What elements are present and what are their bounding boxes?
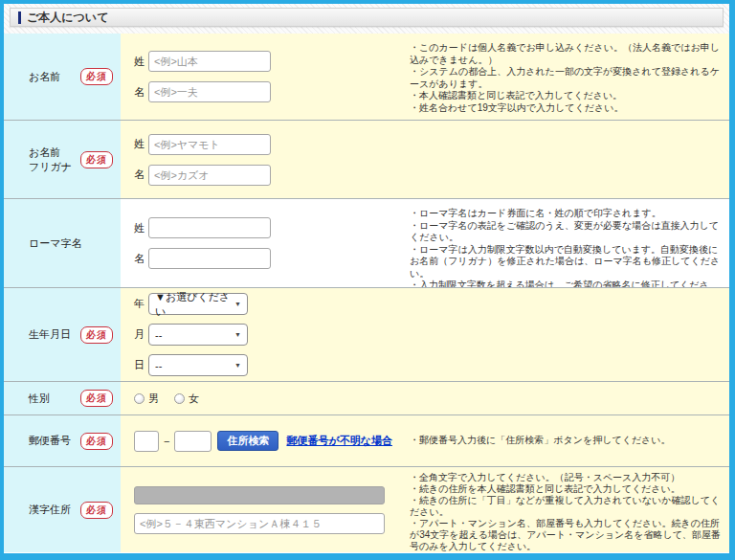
gender-content-cell: 男 女	[121, 382, 729, 414]
first-name-input[interactable]	[148, 81, 271, 102]
first-name-kana-field-label: 名	[134, 168, 146, 182]
note-line: ・本人確認書類と同じ表記で入力してください。	[410, 90, 722, 102]
birth-day-field-label: 日	[134, 358, 146, 372]
romaji-first-field-label: 名	[134, 252, 146, 266]
section-title: ご本人について	[27, 10, 108, 26]
name-label: お名前	[29, 70, 60, 84]
note-line: ・続きの住所に「丁目」などが重複して入力されていないか確認してください。	[410, 495, 722, 518]
romaji-fields: 姓 名	[134, 217, 398, 269]
last-name-input[interactable]	[148, 51, 271, 72]
chevron-down-icon: ▼	[234, 362, 241, 369]
address-search-button[interactable]: 住所検索	[217, 431, 278, 451]
first-name-kana-input[interactable]	[148, 165, 271, 186]
required-badge: 必須	[80, 502, 113, 519]
postal-label: 郵便番号	[29, 434, 71, 448]
postal-fields: − 住所検索 郵便番号が不明な場合	[134, 431, 398, 452]
zip-separator: −	[164, 436, 169, 447]
last-name-kana-input[interactable]	[148, 134, 271, 155]
gender-male-label: 男	[148, 392, 159, 406]
row-address: 漢字住所 必須 ・全角文字で入力してください。（記号・スペース入力不可） ・続き…	[4, 466, 729, 552]
note-line: ・ローマ字名の表記をご確認のうえ、変更が必要な場合は直接入力してください。	[410, 220, 722, 244]
row-birthdate: 生年月日 必須 年 ▼お選びください ▼ 月 --	[4, 287, 729, 381]
birth-month-select[interactable]: -- ▼	[148, 324, 248, 346]
required-badge: 必須	[80, 68, 113, 85]
furigana-content-cell: 姓 名	[121, 121, 729, 198]
note-line: ・続きの住所を本人確認書類と同じ表記で入力してください。	[410, 483, 722, 495]
section-header: ご本人について	[10, 8, 724, 27]
gender-label: 性別	[29, 392, 50, 406]
application-form-page: ご本人について お名前 必須 姓 名	[0, 0, 735, 560]
romaji-content-cell: 姓 名 ・ローマ字名はカード券面に名・姓の順で印字されます。 ・ローマ字名の表記…	[121, 199, 729, 287]
name-content-cell: 姓 名 ・このカードは個人名義でお申し込みください。（法人名義ではお申し込みでき…	[121, 34, 729, 120]
row-furigana: お名前 フリガナ 必須 姓 名	[4, 120, 729, 198]
section-header-strip: ご本人について	[4, 4, 729, 34]
gender-label-cell: 性別 必須	[4, 382, 121, 414]
birth-month-selected-value: --	[155, 329, 162, 341]
address-content-cell: ・全角文字で入力してください。（記号・スペース入力不可） ・続きの住所を本人確認…	[121, 467, 729, 552]
romaji-label: ローマ字名	[29, 236, 82, 251]
note-line: ・アパート・マンション名、部屋番号も入力してください。続きの住所が34文字を超え…	[410, 518, 722, 552]
note-line: ・郵便番号入力後に「住所検索」ボタンを押してください。	[410, 435, 671, 447]
required-badge: 必須	[80, 326, 113, 344]
required-badge: 必須	[80, 433, 113, 450]
required-badge: 必須	[80, 390, 113, 407]
furigana-fields: 姓 名	[134, 134, 398, 186]
row-postal: 郵便番号 必須 − 住所検索 郵便番号が不明な場合 ・郵便番号入力後に「住所検索…	[4, 414, 729, 466]
birth-year-field-label: 年	[134, 297, 146, 311]
zip-code-first-input[interactable]	[134, 431, 159, 452]
address-label-cell: 漢字住所 必須	[4, 467, 121, 552]
required-badge: 必須	[80, 151, 113, 168]
gender-female-label: 女	[189, 392, 199, 406]
romaji-label-cell: ローマ字名	[4, 199, 121, 287]
first-name-field-label: 名	[134, 85, 146, 100]
romaji-last-field-label: 姓	[134, 221, 146, 235]
furigana-label: お名前 フリガナ	[29, 146, 72, 174]
radio-icon	[134, 393, 145, 404]
address-fields	[134, 486, 398, 534]
first-name-field-row: 名	[134, 81, 398, 102]
chevron-down-icon: ▼	[234, 301, 241, 307]
birth-day-field-row: 日 -- ▼	[134, 354, 398, 376]
unknown-zip-link[interactable]: 郵便番号が不明な場合	[286, 434, 392, 448]
birthdate-fields: 年 ▼お選びください ▼ 月 -- ▼ 日	[134, 293, 398, 376]
note-line: ・入力制限文字数を超える場合は、ご希望の省略名に修正してください。	[410, 280, 722, 287]
address-label: 漢字住所	[29, 503, 71, 517]
address-detail-input[interactable]	[134, 513, 385, 534]
row-name: お名前 必須 姓 名 ・このカードは個人名義でお申し込みください。（法人名義では…	[4, 34, 729, 120]
postal-notes: ・郵便番号入力後に「住所検索」ボタンを押してください。	[398, 415, 729, 466]
furigana-label-cell: お名前 フリガナ 必須	[4, 121, 121, 198]
row-romaji: ローマ字名 姓 名 ・ローマ字名はカード券面に名・姓の順で印字されます。 ・ロー…	[4, 198, 729, 287]
birthdate-label: 生年月日	[29, 327, 71, 342]
name-label-cell: お名前 必須	[4, 34, 121, 120]
name-fields: 姓 名	[134, 51, 398, 102]
note-line: ・姓名合わせて19文字以内で入力してください。	[410, 102, 722, 115]
address-autofill-field-disabled	[134, 486, 385, 504]
romaji-last-field-row: 姓	[134, 217, 398, 238]
romaji-last-input[interactable]	[148, 217, 271, 238]
postal-content-cell: − 住所検索 郵便番号が不明な場合 ・郵便番号入力後に「住所検索」ボタンを押して…	[121, 415, 729, 466]
gender-male-radio[interactable]: 男	[134, 392, 159, 406]
zip-code-second-input[interactable]	[174, 431, 212, 452]
romaji-first-input[interactable]	[148, 248, 271, 269]
romaji-notes: ・ローマ字名はカード券面に名・姓の順で印字されます。 ・ローマ字名の表記をご確認…	[398, 199, 729, 287]
gender-radio-group: 男 女	[134, 392, 199, 406]
birthdate-label-cell: 生年月日 必須	[4, 288, 121, 381]
note-line: ・ローマ字名はカード券面に名・姓の順で印字されます。	[410, 208, 722, 220]
birth-day-select[interactable]: -- ▼	[148, 354, 248, 376]
last-name-kana-field-label: 姓	[134, 137, 146, 151]
birth-month-field-label: 月	[134, 327, 146, 342]
birth-day-selected-value: --	[155, 360, 162, 371]
note-line: ・このカードは個人名義でお申し込みください。（法人名義ではお申し込みできません。…	[410, 42, 722, 66]
birth-year-select[interactable]: ▼お選びください ▼	[148, 293, 248, 315]
birth-year-field-row: 年 ▼お選びください ▼	[134, 293, 398, 315]
birth-year-selected-value: ▼お選びください	[155, 290, 234, 319]
last-name-kana-field-row: 姓	[134, 134, 398, 155]
address-notes: ・全角文字で入力してください。（記号・スペース入力不可） ・続きの住所を本人確認…	[398, 467, 729, 552]
name-notes: ・このカードは個人名義でお申し込みください。（法人名義ではお申し込みできません。…	[398, 34, 729, 120]
note-line: ・全角文字で入力してください。（記号・スペース入力不可）	[410, 472, 722, 483]
gender-female-radio[interactable]: 女	[174, 392, 199, 406]
furigana-notes-empty	[398, 121, 729, 198]
postal-input-row: − 住所検索 郵便番号が不明な場合	[134, 431, 398, 452]
radio-icon	[174, 393, 185, 404]
first-name-kana-field-row: 名	[134, 165, 398, 186]
